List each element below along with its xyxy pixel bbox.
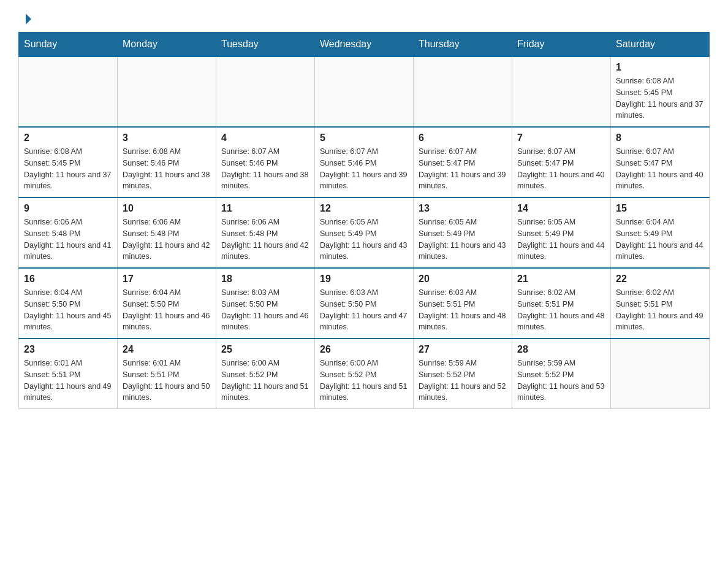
- day-number: 10: [123, 203, 211, 214]
- day-info: Sunrise: 6:00 AMSunset: 5:52 PMDaylight:…: [320, 358, 408, 404]
- calendar-cell: 11Sunrise: 6:06 AMSunset: 5:48 PMDayligh…: [216, 197, 315, 268]
- day-number: 16: [24, 274, 112, 285]
- day-number: 25: [221, 344, 309, 355]
- day-info: Sunrise: 6:07 AMSunset: 5:46 PMDaylight:…: [320, 146, 408, 192]
- day-number: 22: [616, 274, 704, 285]
- calendar-cell: 21Sunrise: 6:02 AMSunset: 5:51 PMDayligh…: [512, 268, 611, 339]
- day-number: 11: [221, 203, 309, 214]
- calendar-cell: [512, 56, 611, 127]
- day-info: Sunrise: 6:01 AMSunset: 5:51 PMDaylight:…: [123, 358, 211, 404]
- week-row-1: 1Sunrise: 6:08 AMSunset: 5:45 PMDaylight…: [19, 56, 710, 127]
- calendar-cell: 16Sunrise: 6:04 AMSunset: 5:50 PMDayligh…: [19, 268, 118, 339]
- day-number: 18: [221, 274, 309, 285]
- calendar-cell: 23Sunrise: 6:01 AMSunset: 5:51 PMDayligh…: [19, 339, 118, 409]
- day-number: 5: [320, 132, 408, 144]
- calendar-cell: [315, 56, 414, 127]
- calendar-cell: [611, 339, 710, 409]
- day-info: Sunrise: 6:03 AMSunset: 5:50 PMDaylight:…: [221, 287, 309, 333]
- day-info: Sunrise: 5:59 AMSunset: 5:52 PMDaylight:…: [517, 358, 605, 404]
- weekday-header-monday: Monday: [118, 33, 216, 57]
- calendar-cell: 5Sunrise: 6:07 AMSunset: 5:46 PMDaylight…: [315, 127, 414, 197]
- day-info: Sunrise: 5:59 AMSunset: 5:52 PMDaylight:…: [419, 358, 507, 404]
- calendar-cell: 25Sunrise: 6:00 AMSunset: 5:52 PMDayligh…: [216, 339, 315, 409]
- weekday-header-thursday: Thursday: [414, 33, 512, 57]
- day-number: 15: [616, 203, 704, 214]
- day-number: 27: [419, 344, 507, 355]
- day-number: 28: [517, 344, 605, 355]
- calendar-cell: 20Sunrise: 6:03 AMSunset: 5:51 PMDayligh…: [414, 268, 512, 339]
- day-info: Sunrise: 6:07 AMSunset: 5:47 PMDaylight:…: [616, 146, 704, 192]
- weekday-header-row: SundayMondayTuesdayWednesdayThursdayFrid…: [19, 33, 710, 57]
- calendar-cell: 6Sunrise: 6:07 AMSunset: 5:47 PMDaylight…: [414, 127, 512, 197]
- day-number: 13: [419, 203, 507, 214]
- day-info: Sunrise: 6:01 AMSunset: 5:51 PMDaylight:…: [24, 358, 112, 404]
- day-info: Sunrise: 6:08 AMSunset: 5:45 PMDaylight:…: [616, 75, 704, 121]
- day-info: Sunrise: 6:06 AMSunset: 5:48 PMDaylight:…: [123, 216, 211, 262]
- day-number: 23: [24, 344, 112, 355]
- day-info: Sunrise: 6:02 AMSunset: 5:51 PMDaylight:…: [517, 287, 605, 333]
- calendar-cell: 2Sunrise: 6:08 AMSunset: 5:45 PMDaylight…: [19, 127, 118, 197]
- day-info: Sunrise: 6:02 AMSunset: 5:51 PMDaylight:…: [616, 287, 704, 333]
- calendar-cell: 9Sunrise: 6:06 AMSunset: 5:48 PMDaylight…: [19, 197, 118, 268]
- day-number: 3: [123, 132, 211, 144]
- svg-marker-1: [26, 19, 31, 25]
- weekday-header-friday: Friday: [512, 33, 611, 57]
- day-info: Sunrise: 6:05 AMSunset: 5:49 PMDaylight:…: [419, 216, 507, 262]
- day-info: Sunrise: 6:04 AMSunset: 5:50 PMDaylight:…: [123, 287, 211, 333]
- calendar-cell: 24Sunrise: 6:01 AMSunset: 5:51 PMDayligh…: [118, 339, 216, 409]
- calendar-cell: 13Sunrise: 6:05 AMSunset: 5:49 PMDayligh…: [414, 197, 512, 268]
- calendar-cell: 4Sunrise: 6:07 AMSunset: 5:46 PMDaylight…: [216, 127, 315, 197]
- logo-flag-icon: [19, 12, 32, 26]
- day-info: Sunrise: 6:06 AMSunset: 5:48 PMDaylight:…: [221, 216, 309, 262]
- day-number: 21: [517, 274, 605, 285]
- day-number: 19: [320, 274, 408, 285]
- day-info: Sunrise: 6:08 AMSunset: 5:46 PMDaylight:…: [123, 146, 211, 192]
- calendar-cell: [414, 56, 512, 127]
- week-row-3: 9Sunrise: 6:06 AMSunset: 5:48 PMDaylight…: [19, 197, 710, 268]
- day-number: 24: [123, 344, 211, 355]
- day-info: Sunrise: 6:04 AMSunset: 5:50 PMDaylight:…: [24, 287, 112, 333]
- calendar-cell: 14Sunrise: 6:05 AMSunset: 5:49 PMDayligh…: [512, 197, 611, 268]
- calendar-body: 1Sunrise: 6:08 AMSunset: 5:45 PMDaylight…: [19, 56, 710, 409]
- day-info: Sunrise: 6:06 AMSunset: 5:48 PMDaylight:…: [24, 216, 112, 262]
- day-info: Sunrise: 6:03 AMSunset: 5:50 PMDaylight:…: [320, 287, 408, 333]
- day-info: Sunrise: 6:04 AMSunset: 5:49 PMDaylight:…: [616, 216, 704, 262]
- calendar-cell: [118, 56, 216, 127]
- day-number: 1: [616, 62, 704, 73]
- day-number: 4: [221, 132, 309, 144]
- calendar-cell: 1Sunrise: 6:08 AMSunset: 5:45 PMDaylight…: [611, 56, 710, 127]
- day-info: Sunrise: 6:08 AMSunset: 5:45 PMDaylight:…: [24, 146, 112, 192]
- calendar-cell: 12Sunrise: 6:05 AMSunset: 5:49 PMDayligh…: [315, 197, 414, 268]
- day-number: 6: [419, 132, 507, 144]
- calendar-cell: 18Sunrise: 6:03 AMSunset: 5:50 PMDayligh…: [216, 268, 315, 339]
- day-info: Sunrise: 6:07 AMSunset: 5:47 PMDaylight:…: [517, 146, 605, 192]
- day-number: 12: [320, 203, 408, 214]
- calendar-cell: 17Sunrise: 6:04 AMSunset: 5:50 PMDayligh…: [118, 268, 216, 339]
- calendar-cell: 7Sunrise: 6:07 AMSunset: 5:47 PMDaylight…: [512, 127, 611, 197]
- day-number: 14: [517, 203, 605, 214]
- week-row-2: 2Sunrise: 6:08 AMSunset: 5:45 PMDaylight…: [19, 127, 710, 197]
- day-number: 20: [419, 274, 507, 285]
- day-number: 9: [24, 203, 112, 214]
- day-number: 26: [320, 344, 408, 355]
- day-number: 8: [616, 132, 704, 144]
- week-row-5: 23Sunrise: 6:01 AMSunset: 5:51 PMDayligh…: [19, 339, 710, 409]
- calendar-cell: 22Sunrise: 6:02 AMSunset: 5:51 PMDayligh…: [611, 268, 710, 339]
- day-number: 17: [123, 274, 211, 285]
- calendar-cell: [216, 56, 315, 127]
- logo: [18, 12, 36, 26]
- calendar-cell: [19, 56, 118, 127]
- calendar-cell: 27Sunrise: 5:59 AMSunset: 5:52 PMDayligh…: [414, 339, 512, 409]
- day-number: 7: [517, 132, 605, 144]
- day-info: Sunrise: 6:05 AMSunset: 5:49 PMDaylight:…: [517, 216, 605, 262]
- week-row-4: 16Sunrise: 6:04 AMSunset: 5:50 PMDayligh…: [19, 268, 710, 339]
- calendar-cell: 15Sunrise: 6:04 AMSunset: 5:49 PMDayligh…: [611, 197, 710, 268]
- calendar-cell: 19Sunrise: 6:03 AMSunset: 5:50 PMDayligh…: [315, 268, 414, 339]
- svg-marker-0: [26, 13, 31, 19]
- day-info: Sunrise: 6:07 AMSunset: 5:47 PMDaylight:…: [419, 146, 507, 192]
- calendar-cell: 3Sunrise: 6:08 AMSunset: 5:46 PMDaylight…: [118, 127, 216, 197]
- day-info: Sunrise: 6:07 AMSunset: 5:46 PMDaylight:…: [221, 146, 309, 192]
- calendar-cell: 28Sunrise: 5:59 AMSunset: 5:52 PMDayligh…: [512, 339, 611, 409]
- calendar-table: SundayMondayTuesdayWednesdayThursdayFrid…: [18, 32, 710, 409]
- day-info: Sunrise: 6:05 AMSunset: 5:49 PMDaylight:…: [320, 216, 408, 262]
